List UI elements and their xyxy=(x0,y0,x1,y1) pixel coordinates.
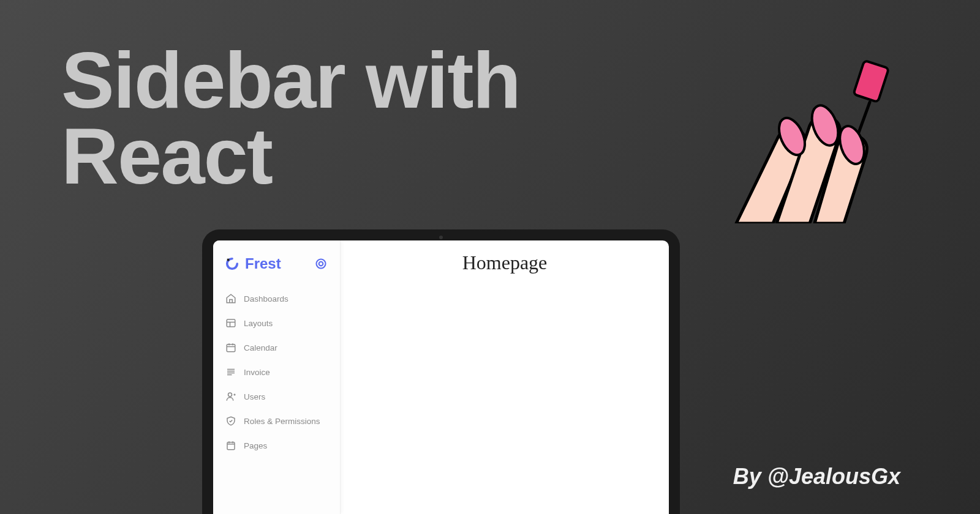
svg-point-7 xyxy=(319,262,323,266)
sidebar-item-users[interactable]: Users xyxy=(218,385,335,408)
sidebar-nav: Dashboards Layouts xyxy=(213,287,340,457)
sidebar-collapse-button[interactable] xyxy=(314,257,328,270)
laptop-frame: Frest Dashboards xyxy=(202,229,680,514)
brand-name: Frest xyxy=(245,255,281,272)
page-icon xyxy=(225,440,236,451)
credit-text: By @JealousGx xyxy=(733,464,900,490)
layout-icon xyxy=(225,318,236,329)
headline-line-2: React xyxy=(61,119,520,195)
sidebar-header: Frest xyxy=(213,250,340,287)
sidebar-item-label: Roles & Permissions xyxy=(244,417,320,426)
sidebar-item-label: Invoice xyxy=(244,368,270,377)
sidebar-item-dashboards[interactable]: Dashboards xyxy=(218,287,335,310)
main-content: Homepage xyxy=(341,240,669,514)
sidebar-item-invoice[interactable]: Invoice xyxy=(218,360,335,384)
brand-logo-icon xyxy=(225,257,239,270)
sidebar: Frest Dashboards xyxy=(213,240,341,514)
sidebar-item-roles-permissions[interactable]: Roles & Permissions xyxy=(218,409,335,433)
sidebar-item-label: Dashboards xyxy=(244,294,288,304)
sidebar-item-label: Users xyxy=(244,392,265,401)
list-icon xyxy=(225,367,236,378)
headline-line-1: Sidebar with xyxy=(61,43,520,119)
nail-polish-illustration xyxy=(729,58,900,223)
home-icon xyxy=(225,293,236,304)
svg-point-6 xyxy=(317,259,326,269)
shield-icon xyxy=(225,415,236,426)
page-title: Homepage xyxy=(353,251,657,274)
sidebar-item-calendar[interactable]: Calendar xyxy=(218,336,335,359)
calendar-icon xyxy=(225,342,236,353)
svg-rect-8 xyxy=(227,319,235,327)
svg-rect-0 xyxy=(853,61,889,102)
headline: Sidebar with React xyxy=(61,43,520,194)
sidebar-item-layouts[interactable]: Layouts xyxy=(218,311,335,335)
sidebar-item-label: Pages xyxy=(244,441,267,450)
svg-rect-11 xyxy=(227,345,235,352)
sidebar-item-label: Calendar xyxy=(244,343,277,352)
sidebar-item-label: Layouts xyxy=(244,319,273,328)
svg-rect-22 xyxy=(227,442,235,450)
sidebar-item-pages[interactable]: Pages xyxy=(218,434,335,457)
svg-rect-5 xyxy=(227,259,230,261)
app-screen: Frest Dashboards xyxy=(213,240,669,514)
svg-point-19 xyxy=(228,393,232,397)
user-icon xyxy=(225,391,236,402)
